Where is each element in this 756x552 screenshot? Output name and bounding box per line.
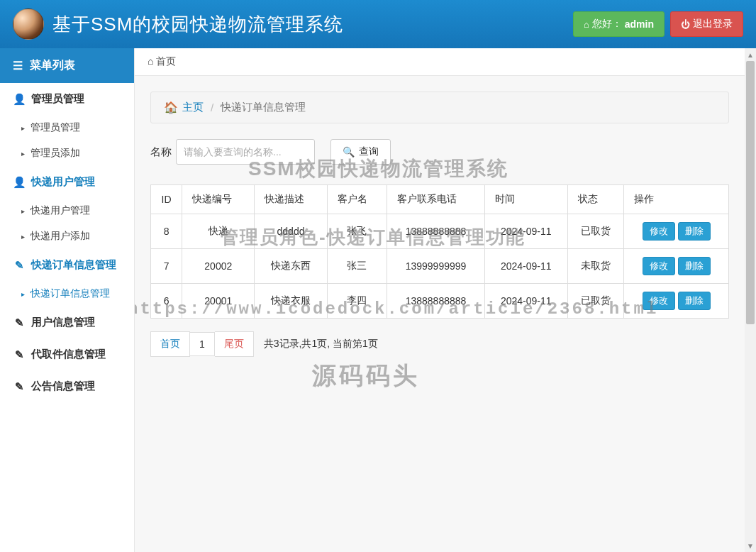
edit-button[interactable]: 修改 bbox=[643, 292, 675, 310]
scroll-track[interactable] bbox=[745, 61, 756, 539]
cell-code: 20001 bbox=[182, 284, 255, 319]
sidebar-group-label: 公告信息管理 bbox=[31, 380, 95, 393]
cell-desc: 快递衣服 bbox=[255, 284, 327, 319]
caret-right-icon: ▸ bbox=[21, 150, 25, 158]
caret-right-icon: ▸ bbox=[21, 207, 25, 215]
edit-button[interactable]: 修改 bbox=[643, 257, 675, 275]
sidebar-item-label: 快递用户添加 bbox=[30, 230, 90, 243]
avatar bbox=[13, 9, 44, 40]
search-button[interactable]: 🔍 查询 bbox=[330, 139, 391, 165]
vertical-scrollbar[interactable]: ▲ ▼ bbox=[745, 48, 756, 552]
table-row: 620001快递衣服李四138888888882024-09-11已取货修改删除 bbox=[151, 284, 729, 319]
page-info: 共3记录,共1页, 当前第1页 bbox=[264, 338, 378, 350]
delete-button[interactable]: 删除 bbox=[678, 257, 711, 275]
cell-desc: ddddd bbox=[255, 214, 327, 249]
sidebar-group-label: 管理员管理 bbox=[31, 92, 84, 106]
cell-id: 6 bbox=[151, 284, 182, 319]
page-current[interactable]: 1 bbox=[190, 332, 215, 356]
sidebar-item-label: 快递用户管理 bbox=[30, 204, 90, 217]
username: admin bbox=[625, 18, 654, 30]
sidebar-item-label: 管理员添加 bbox=[30, 147, 80, 160]
cell-id: 8 bbox=[151, 214, 182, 249]
content-area: 🏠 主页 / 快递订单信息管理 名称 🔍 查询 ID 快递编号 快 bbox=[135, 76, 745, 552]
home-icon: ⌂ bbox=[148, 55, 153, 67]
cell-op: 修改删除 bbox=[624, 284, 729, 319]
watermark: 源码码头 bbox=[312, 360, 420, 392]
page-first[interactable]: 首页 bbox=[150, 331, 190, 357]
search-input[interactable] bbox=[176, 139, 315, 165]
sidebar-item-order-manage[interactable]: ▸ 快递订单信息管理 bbox=[0, 281, 134, 307]
sidebar-group-user-info[interactable]: ✎ 用户信息管理 bbox=[0, 307, 134, 338]
sidebar-item-admin-add[interactable]: ▸ 管理员添加 bbox=[0, 140, 134, 166]
sidebar-group-label: 代取件信息管理 bbox=[31, 348, 106, 361]
edit-icon: ✎ bbox=[13, 259, 26, 272]
logout-button[interactable]: ⏻ 退出登录 bbox=[670, 11, 743, 37]
search-button-label: 查询 bbox=[359, 145, 379, 158]
th-phone: 客户联系电话 bbox=[387, 185, 485, 214]
pagination: 首页 1 尾页 共3记录,共1页, 当前第1页 bbox=[150, 331, 729, 357]
edit-icon: ✎ bbox=[13, 316, 26, 329]
page-last[interactable]: 尾页 bbox=[215, 331, 254, 357]
scroll-thumb[interactable] bbox=[746, 61, 755, 324]
user-icon: 👤 bbox=[13, 93, 26, 106]
sidebar-title: 菜单列表 bbox=[30, 58, 75, 73]
sidebar-header: ☰ 菜单列表 bbox=[0, 48, 134, 83]
main-panel: ⌂首页 🏠 主页 / 快递订单信息管理 名称 🔍 查询 ID bbox=[135, 48, 745, 552]
user-icon: 👤 bbox=[13, 176, 26, 189]
sidebar-group-notice[interactable]: ✎ 公告信息管理 bbox=[0, 370, 134, 402]
th-cust: 客户名 bbox=[327, 185, 387, 214]
th-op: 操作 bbox=[624, 185, 729, 214]
search-label: 名称 bbox=[150, 145, 172, 159]
cell-time: 2024-09-11 bbox=[484, 284, 567, 319]
cell-id: 7 bbox=[151, 249, 182, 284]
table-header-row: ID 快递编号 快递描述 客户名 客户联系电话 时间 状态 操作 bbox=[151, 185, 729, 214]
edit-button[interactable]: 修改 bbox=[643, 222, 675, 241]
breadcrumb-current: 快递订单信息管理 bbox=[221, 101, 306, 114]
sidebar-group-label: 快递订单信息管理 bbox=[31, 258, 116, 272]
table-row: 8快递ddddd张飞138888888882024-09-11已取货修改删除 bbox=[151, 214, 729, 249]
th-code: 快递编号 bbox=[182, 185, 255, 214]
sidebar-item-label: 快递订单信息管理 bbox=[30, 287, 110, 300]
sidebar-item-courier-user-add[interactable]: ▸ 快递用户添加 bbox=[0, 223, 134, 249]
scroll-up-icon[interactable]: ▲ bbox=[745, 48, 756, 61]
th-time: 时间 bbox=[484, 185, 567, 214]
sidebar-item-label: 管理员管理 bbox=[30, 121, 80, 134]
home-icon: ⌂ bbox=[584, 19, 589, 30]
th-desc: 快递描述 bbox=[255, 185, 327, 214]
cell-desc: 快递东西 bbox=[255, 249, 327, 284]
sidebar-item-admin-manage[interactable]: ▸ 管理员管理 bbox=[0, 115, 134, 140]
cell-time: 2024-09-11 bbox=[484, 214, 567, 249]
logout-label: 退出登录 bbox=[693, 18, 733, 31]
list-icon: ☰ bbox=[13, 59, 23, 72]
sidebar-group-pickup[interactable]: ✎ 代取件信息管理 bbox=[0, 338, 134, 370]
breadcrumb-separator: / bbox=[211, 101, 213, 114]
cell-status: 已取货 bbox=[567, 214, 624, 249]
search-icon: 🔍 bbox=[343, 146, 355, 158]
cell-status: 未取货 bbox=[567, 249, 624, 284]
top-header: 基于SSM的校园快递物流管理系统 ⌂ 您好： admin ⏻ 退出登录 bbox=[0, 0, 756, 48]
sidebar-group-admin[interactable]: 👤 管理员管理 bbox=[0, 83, 134, 115]
power-icon: ⏻ bbox=[681, 19, 690, 30]
delete-button[interactable]: 删除 bbox=[678, 292, 711, 310]
sidebar-group-label: 用户信息管理 bbox=[31, 316, 95, 329]
caret-right-icon: ▸ bbox=[21, 233, 25, 241]
sidebar-group-courier-user[interactable]: 👤 快递用户管理 bbox=[0, 166, 134, 198]
greeting-button[interactable]: ⌂ 您好： admin bbox=[573, 11, 665, 37]
delete-button[interactable]: 删除 bbox=[678, 222, 711, 241]
home-icon: 🏠 bbox=[164, 101, 178, 114]
breadcrumb-home-link[interactable]: 主页 bbox=[182, 101, 204, 114]
scroll-down-icon[interactable]: ▼ bbox=[745, 539, 756, 552]
cell-op: 修改删除 bbox=[624, 214, 729, 249]
sidebar-group-order[interactable]: ✎ 快递订单信息管理 bbox=[0, 249, 134, 281]
cell-phone: 13999999999 bbox=[387, 249, 485, 284]
app-title: 基于SSM的校园快递物流管理系统 bbox=[52, 12, 343, 37]
cell-cust: 李四 bbox=[327, 284, 387, 319]
th-status: 状态 bbox=[567, 185, 624, 214]
sidebar: ☰ 菜单列表 👤 管理员管理 ▸ 管理员管理 ▸ 管理员添加 👤 快递用户管理 … bbox=[0, 48, 135, 552]
th-id: ID bbox=[151, 185, 182, 214]
top-breadcrumb: ⌂首页 bbox=[135, 48, 745, 76]
cell-cust: 张飞 bbox=[327, 214, 387, 249]
cell-cust: 张三 bbox=[327, 249, 387, 284]
sidebar-item-courier-user-manage[interactable]: ▸ 快递用户管理 bbox=[0, 198, 134, 223]
cell-phone: 13888888888 bbox=[387, 284, 485, 319]
